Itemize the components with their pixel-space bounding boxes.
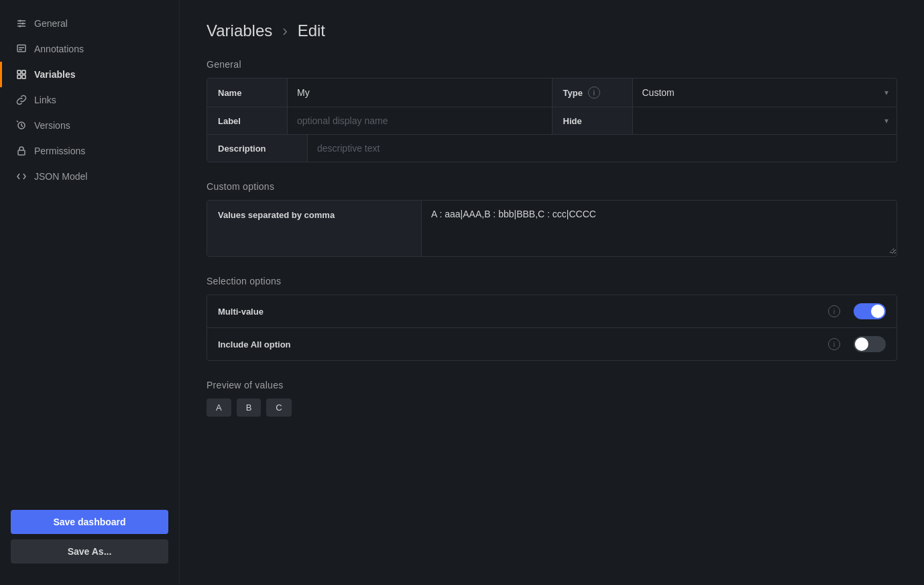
- sidebar-item-links[interactable]: Links: [0, 87, 179, 113]
- label-value: [288, 107, 552, 134]
- name-field: Name: [207, 78, 553, 107]
- type-value: Custom Query Interval Constant Data sour…: [633, 78, 897, 107]
- custom-options-textarea[interactable]: [422, 201, 897, 254]
- include-all-toggle[interactable]: [854, 336, 886, 352]
- svg-rect-9: [17, 45, 25, 52]
- json-icon: [15, 170, 27, 182]
- sidebar-item-annotations[interactable]: Annotations: [0, 36, 179, 62]
- multi-value-thumb: [871, 305, 884, 318]
- selection-options-title: Selection options: [207, 276, 897, 286]
- svg-point-8: [19, 25, 21, 28]
- svg-rect-13: [22, 70, 25, 74]
- selection-options-section: Selection options Multi-value i Include …: [207, 276, 897, 361]
- hide-label: Hide: [553, 107, 633, 134]
- svg-rect-14: [17, 75, 21, 78]
- hide-select-wrapper: Variable Label ▾: [633, 107, 897, 134]
- sidebar-item-general[interactable]: General: [0, 11, 179, 36]
- custom-options-value: ⊿: [422, 201, 897, 256]
- lock-icon: [15, 145, 27, 157]
- sidebar-item-permissions[interactable]: Permissions: [0, 138, 179, 164]
- include-all-label: Include All option: [218, 339, 820, 350]
- sidebar-item-variables[interactable]: Variables: [0, 62, 179, 87]
- label-field: Label: [207, 107, 553, 134]
- sidebar-item-json-model[interactable]: JSON Model: [0, 164, 179, 189]
- type-select[interactable]: Custom Query Interval Constant Data sour…: [633, 79, 897, 106]
- name-value: [288, 78, 552, 107]
- multi-value-row: Multi-value i: [207, 295, 897, 328]
- sidebar-actions: Save dashboard Save As...: [0, 499, 179, 574]
- hide-select[interactable]: Variable Label: [633, 107, 897, 134]
- multi-value-toggle[interactable]: [854, 303, 886, 319]
- include-all-info-icon[interactable]: i: [828, 338, 840, 350]
- type-label: Type i: [553, 78, 633, 107]
- sidebar-item-label: Annotations: [34, 44, 84, 54]
- annotations-icon: [15, 43, 27, 55]
- svg-rect-17: [18, 150, 25, 155]
- multi-value-label: Multi-value: [218, 307, 820, 317]
- sidebar-item-label: Links: [34, 95, 56, 105]
- custom-options-label: Values separated by comma: [207, 201, 422, 256]
- include-all-thumb: [855, 337, 868, 351]
- links-icon: [15, 94, 27, 106]
- description-row: Description: [207, 135, 897, 162]
- general-section: General Name Type i: [207, 59, 897, 162]
- sidebar-item-label: Variables: [34, 69, 76, 80]
- save-dashboard-button[interactable]: Save dashboard: [11, 510, 168, 534]
- hide-field: Hide Variable Label ▾: [553, 107, 897, 134]
- sidebar-item-label: Versions: [34, 120, 70, 131]
- hide-value: Variable Label ▾: [633, 107, 897, 134]
- general-field-table: Name Type i Custom Query: [207, 78, 897, 162]
- sidebar-item-label: Permissions: [34, 146, 85, 156]
- description-value: [308, 135, 897, 162]
- type-info-icon[interactable]: i: [588, 87, 600, 99]
- general-section-title: General: [207, 59, 897, 70]
- label-input[interactable]: [288, 107, 552, 134]
- multi-value-info-icon[interactable]: i: [828, 305, 840, 317]
- custom-options-title: Custom options: [207, 181, 897, 192]
- save-as-button[interactable]: Save As...: [11, 539, 168, 564]
- preview-badge-a: A: [207, 398, 231, 417]
- preview-section: Preview of values A B C: [207, 380, 897, 417]
- preview-badges: A B C: [207, 398, 897, 417]
- preview-title: Preview of values: [207, 380, 897, 390]
- sidebar-item-label: JSON Model: [34, 171, 87, 182]
- custom-options-section: Custom options Values separated by comma…: [207, 181, 897, 257]
- svg-rect-15: [22, 75, 25, 78]
- name-label: Name: [207, 78, 288, 107]
- custom-options-table: Values separated by comma ⊿: [207, 200, 897, 257]
- variables-icon: [15, 68, 27, 81]
- name-type-row: Name Type i Custom Query: [207, 78, 897, 107]
- type-field: Type i Custom Query Interval Constant Da…: [553, 78, 897, 107]
- sidebar: General Annotations Variables: [0, 0, 180, 585]
- page-title: Variables › Edit: [207, 21, 897, 40]
- sidebar-item-versions[interactable]: Versions: [0, 113, 179, 138]
- label-label: Label: [207, 107, 288, 134]
- toggle-table: Multi-value i Include All option i: [207, 295, 897, 361]
- name-input[interactable]: [288, 78, 552, 107]
- type-select-wrapper: Custom Query Interval Constant Data sour…: [633, 78, 897, 107]
- description-label: Description: [207, 135, 308, 162]
- include-all-row: Include All option i: [207, 328, 897, 360]
- main-content: Variables › Edit General Name Type i: [180, 0, 924, 585]
- svg-point-7: [22, 23, 24, 25]
- sidebar-item-label: General: [34, 18, 68, 29]
- versions-icon: [15, 119, 27, 131]
- svg-rect-12: [17, 70, 21, 74]
- preview-badge-b: B: [237, 398, 262, 417]
- description-input[interactable]: [308, 135, 897, 162]
- svg-point-6: [19, 20, 21, 22]
- preview-badge-c: C: [266, 398, 291, 417]
- custom-options-row: Values separated by comma ⊿: [207, 201, 897, 256]
- label-hide-row: Label Hide Variable Label: [207, 107, 897, 135]
- general-icon: [15, 17, 27, 30]
